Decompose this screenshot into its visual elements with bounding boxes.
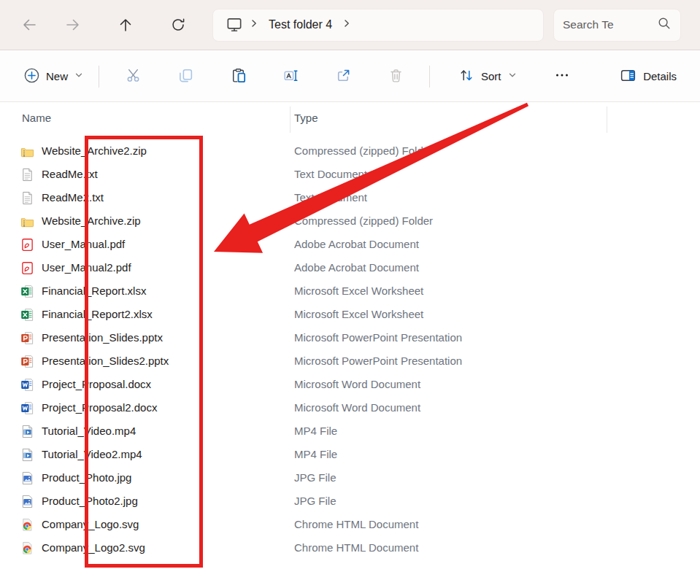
file-type: Adobe Acrobat Document: [294, 261, 419, 274]
file-type: Text Document: [294, 168, 367, 180]
share-icon: [335, 67, 352, 86]
file-name: Product_Photo2.jpg: [42, 495, 138, 507]
file-row[interactable]: Website_Archive.zip Compressed (zipped) …: [0, 210, 700, 233]
column-header-row: Name Type: [0, 103, 700, 136]
sort-icon: [458, 66, 475, 86]
file-type: Adobe Acrobat Document: [294, 238, 419, 250]
file-type: Chrome HTML Document: [294, 518, 418, 530]
rename-button[interactable]: [274, 61, 307, 93]
column-header-name[interactable]: Name: [22, 112, 51, 124]
forward-icon: [65, 17, 81, 33]
file-row[interactable]: Presentation_Slides2.pptx Microsoft Powe…: [0, 350, 700, 374]
copy-button[interactable]: [169, 61, 202, 93]
address-bar[interactable]: Test folder 4: [212, 9, 544, 42]
file-row[interactable]: Project_Proposal2.docx Microsoft Word Do…: [0, 397, 700, 420]
file-row[interactable]: Project_Proposal.docx Microsoft Word Doc…: [0, 374, 700, 397]
file-row[interactable]: Website_Archive2.zip Compressed (zipped)…: [0, 140, 700, 163]
cut-button[interactable]: [116, 61, 150, 93]
more-options-button[interactable]: [545, 61, 579, 92]
up-button[interactable]: [111, 10, 140, 39]
video-icon: [20, 425, 34, 438]
file-row[interactable]: Financial_Report2.xlsx Microsoft Excel W…: [0, 303, 700, 327]
word-icon: [20, 401, 34, 415]
share-button[interactable]: [326, 61, 360, 93]
file-row[interactable]: Company_Logo2.svg Chrome HTML Document: [0, 537, 700, 560]
toolbar-divider: [99, 66, 99, 88]
search-input[interactable]: Search Te: [563, 18, 657, 31]
file-row[interactable]: User_Manual2.pdf Adobe Acrobat Document: [0, 257, 700, 280]
up-icon: [118, 17, 134, 33]
search-icon: [657, 16, 672, 34]
sort-button-label: Sort: [481, 70, 501, 82]
file-name: Financial_Report.xlsx: [42, 285, 146, 297]
chevron-right-icon[interactable]: [341, 18, 353, 32]
file-name: User_Manual2.pdf: [42, 261, 131, 274]
file-type: MP4 File: [294, 425, 337, 437]
text-icon: [20, 191, 34, 205]
pdf-icon: [20, 238, 34, 252]
excel-icon: [20, 308, 34, 322]
details-button[interactable]: Details: [612, 61, 684, 93]
chevron-right-icon[interactable]: [248, 18, 260, 32]
file-name: Company_Logo2.svg: [42, 541, 145, 554]
file-name: Tutorial_Video.mp4: [42, 425, 136, 437]
file-type: Microsoft PowerPoint Presentation: [294, 331, 462, 344]
refresh-button[interactable]: [164, 10, 193, 39]
chevron-down-icon: [74, 70, 84, 82]
word-icon: [20, 378, 34, 392]
file-row[interactable]: Tutorial_Video.mp4 MP4 File: [0, 420, 700, 444]
file-name: Presentation_Slides2.pptx: [42, 355, 169, 367]
forward-button[interactable]: [58, 10, 88, 39]
text-icon: [20, 168, 34, 182]
file-row[interactable]: Presentation_Slides.pptx Microsoft Power…: [0, 327, 700, 350]
back-icon: [21, 17, 37, 33]
sort-button[interactable]: Sort: [450, 61, 525, 92]
file-row[interactable]: ReadMe2.txt Text Document: [0, 187, 700, 210]
file-type: Microsoft Excel Worksheet: [294, 285, 423, 297]
copy-icon: [177, 67, 194, 86]
file-name: Product_Photo.jpg: [42, 471, 131, 484]
file-row[interactable]: Product_Photo.jpg JPG File: [0, 467, 700, 490]
paste-icon: [230, 67, 247, 86]
new-button[interactable]: New: [16, 61, 91, 92]
file-row[interactable]: Product_Photo2.jpg JPG File: [0, 490, 700, 514]
file-row[interactable]: User_Manual.pdf Adobe Acrobat Document: [0, 233, 700, 257]
excel-icon: [20, 285, 34, 298]
rename-icon: [282, 67, 299, 86]
file-list: Website_Archive2.zip Compressed (zipped)…: [0, 140, 700, 560]
details-button-label: Details: [643, 70, 677, 82]
details-pane-icon: [619, 66, 637, 87]
search-box[interactable]: Search Te: [553, 9, 681, 42]
delete-button[interactable]: [379, 61, 412, 93]
paste-button[interactable]: [221, 61, 255, 93]
column-header-type[interactable]: Type: [294, 112, 318, 124]
file-name: Project_Proposal2.docx: [42, 401, 157, 414]
navigation-bar: Test folder 4 Search Te: [0, 0, 700, 50]
image-icon: [20, 471, 34, 485]
file-name: Presentation_Slides.pptx: [42, 331, 163, 344]
breadcrumb-folder[interactable]: Test folder 4: [260, 18, 341, 31]
zip-icon: [20, 144, 34, 158]
column-divider[interactable]: [290, 107, 291, 133]
toolbar-divider: [429, 66, 430, 88]
file-name: Tutorial_Video2.mp4: [42, 448, 142, 460]
column-divider[interactable]: [607, 107, 607, 133]
file-name: Company_Logo.svg: [42, 518, 139, 530]
chrome-icon: [20, 541, 34, 555]
ellipsis-icon: [553, 66, 571, 86]
file-row[interactable]: Tutorial_Video2.mp4 MP4 File: [0, 444, 700, 467]
back-button[interactable]: [15, 10, 44, 39]
file-row[interactable]: ReadMe.txt Text Document: [0, 163, 700, 187]
file-type: MP4 File: [294, 448, 337, 460]
file-row[interactable]: Financial_Report.xlsx Microsoft Excel Wo…: [0, 280, 700, 303]
command-toolbar: New Sort Details: [0, 51, 700, 102]
file-row[interactable]: Company_Logo.svg Chrome HTML Document: [0, 514, 700, 537]
file-type: Compressed (zipped) Folder: [294, 144, 433, 157]
file-type: Microsoft Excel Worksheet: [294, 308, 423, 320]
file-type: JPG File: [294, 471, 336, 484]
image-icon: [20, 495, 34, 508]
chrome-icon: [20, 518, 34, 532]
this-pc-icon[interactable]: [220, 15, 248, 34]
file-type: Text Document: [294, 191, 367, 204]
powerpoint-icon: [20, 355, 34, 368]
